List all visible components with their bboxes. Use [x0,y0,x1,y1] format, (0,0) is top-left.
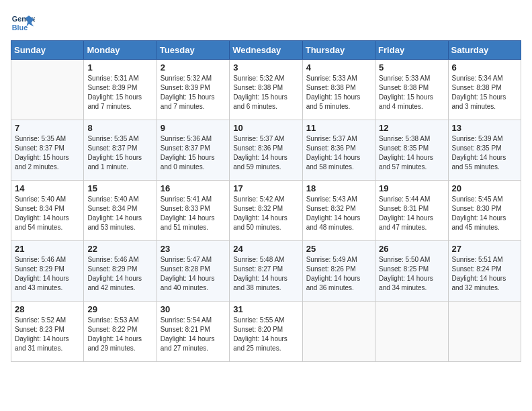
day-number: 5 [379,62,444,73]
day-number: 21 [15,244,80,254]
day-info: Sunrise: 5:32 AM Sunset: 8:38 PM Dayligh… [233,74,298,111]
calendar-cell: 3Sunrise: 5:32 AM Sunset: 8:38 PM Daylig… [230,60,302,120]
calendar-cell: 2Sunrise: 5:32 AM Sunset: 8:39 PM Daylig… [157,60,229,120]
calendar-cell: 28Sunrise: 5:52 AM Sunset: 8:23 PM Dayli… [11,302,84,362]
header-friday: Friday [375,41,448,60]
day-number: 20 [452,183,517,193]
day-info: Sunrise: 5:43 AM Sunset: 8:32 PM Dayligh… [306,195,371,232]
day-number: 14 [15,183,80,193]
calendar-cell: 27Sunrise: 5:51 AM Sunset: 8:24 PM Dayli… [448,241,521,302]
calendar-cell: 24Sunrise: 5:48 AM Sunset: 8:27 PM Dayli… [230,241,302,302]
day-number: 25 [306,244,371,254]
day-info: Sunrise: 5:39 AM Sunset: 8:35 PM Dayligh… [452,134,517,172]
day-number: 16 [161,183,226,193]
day-number: 31 [233,304,298,314]
day-number: 9 [161,123,226,133]
day-info: Sunrise: 5:35 AM Sunset: 8:37 PM Dayligh… [87,134,152,172]
calendar-cell: 11Sunrise: 5:37 AM Sunset: 8:36 PM Dayli… [302,120,375,181]
calendar-cell [448,302,521,362]
week-row-4: 21Sunrise: 5:46 AM Sunset: 8:29 PM Dayli… [11,241,521,302]
calendar-cell: 9Sunrise: 5:36 AM Sunset: 8:37 PM Daylig… [157,120,229,181]
day-number: 4 [306,62,371,73]
day-info: Sunrise: 5:38 AM Sunset: 8:35 PM Dayligh… [379,134,444,172]
calendar-cell: 18Sunrise: 5:43 AM Sunset: 8:32 PM Dayli… [302,181,375,241]
day-number: 3 [233,62,298,73]
calendar-cell: 1Sunrise: 5:31 AM Sunset: 8:39 PM Daylig… [84,60,157,120]
calendar-cell: 13Sunrise: 5:39 AM Sunset: 8:35 PM Dayli… [448,120,521,181]
header-monday: Monday [84,41,157,60]
calendar-cell: 10Sunrise: 5:37 AM Sunset: 8:36 PM Dayli… [230,120,302,181]
week-row-5: 28Sunrise: 5:52 AM Sunset: 8:23 PM Dayli… [11,302,521,362]
day-number: 26 [379,244,444,254]
day-info: Sunrise: 5:41 AM Sunset: 8:33 PM Dayligh… [161,195,226,232]
day-number: 8 [87,123,152,133]
day-info: Sunrise: 5:35 AM Sunset: 8:37 PM Dayligh… [15,134,80,172]
calendar-cell: 19Sunrise: 5:44 AM Sunset: 8:31 PM Dayli… [375,181,448,241]
day-number: 2 [161,62,226,73]
day-info: Sunrise: 5:52 AM Sunset: 8:23 PM Dayligh… [15,316,80,353]
week-row-3: 14Sunrise: 5:40 AM Sunset: 8:34 PM Dayli… [11,181,521,241]
calendar-cell: 20Sunrise: 5:45 AM Sunset: 8:30 PM Dayli… [448,181,521,241]
day-info: Sunrise: 5:40 AM Sunset: 8:34 PM Dayligh… [87,195,152,232]
header-tuesday: Tuesday [157,41,229,60]
week-row-1: 1Sunrise: 5:31 AM Sunset: 8:39 PM Daylig… [11,60,521,120]
day-number: 1 [87,62,152,73]
calendar-cell: 8Sunrise: 5:35 AM Sunset: 8:37 PM Daylig… [84,120,157,181]
day-number: 11 [306,123,371,133]
day-info: Sunrise: 5:53 AM Sunset: 8:22 PM Dayligh… [87,316,152,353]
day-info: Sunrise: 5:42 AM Sunset: 8:32 PM Dayligh… [233,195,298,232]
calendar-cell: 15Sunrise: 5:40 AM Sunset: 8:34 PM Dayli… [84,181,157,241]
day-number: 15 [87,183,152,193]
calendar-cell [11,60,84,120]
day-number: 18 [306,183,371,193]
calendar-cell: 25Sunrise: 5:49 AM Sunset: 8:26 PM Dayli… [302,241,375,302]
calendar-cell: 31Sunrise: 5:55 AM Sunset: 8:20 PM Dayli… [230,302,302,362]
day-number: 29 [87,304,152,314]
logo: General Blue [11,11,38,35]
header-sunday: Sunday [11,41,84,60]
day-number: 22 [87,244,152,254]
day-info: Sunrise: 5:50 AM Sunset: 8:25 PM Dayligh… [379,255,444,293]
calendar-cell: 30Sunrise: 5:54 AM Sunset: 8:21 PM Dayli… [157,302,229,362]
day-info: Sunrise: 5:32 AM Sunset: 8:39 PM Dayligh… [161,74,226,111]
day-info: Sunrise: 5:31 AM Sunset: 8:39 PM Dayligh… [87,74,152,111]
calendar-cell: 26Sunrise: 5:50 AM Sunset: 8:25 PM Dayli… [375,241,448,302]
page-header: General Blue [11,11,521,35]
day-info: Sunrise: 5:51 AM Sunset: 8:24 PM Dayligh… [452,255,517,293]
day-info: Sunrise: 5:46 AM Sunset: 8:29 PM Dayligh… [15,255,80,293]
day-number: 24 [233,244,298,254]
day-info: Sunrise: 5:34 AM Sunset: 8:38 PM Dayligh… [452,74,517,111]
day-info: Sunrise: 5:40 AM Sunset: 8:34 PM Dayligh… [15,195,80,232]
calendar-cell: 21Sunrise: 5:46 AM Sunset: 8:29 PM Dayli… [11,241,84,302]
day-number: 23 [161,244,226,254]
calendar-cell: 5Sunrise: 5:33 AM Sunset: 8:38 PM Daylig… [375,60,448,120]
day-info: Sunrise: 5:33 AM Sunset: 8:38 PM Dayligh… [306,74,371,111]
day-number: 27 [452,244,517,254]
calendar-header-row: SundayMondayTuesdayWednesdayThursdayFrid… [11,41,521,60]
day-info: Sunrise: 5:48 AM Sunset: 8:27 PM Dayligh… [233,255,298,293]
day-info: Sunrise: 5:36 AM Sunset: 8:37 PM Dayligh… [161,134,226,172]
calendar-cell [302,302,375,362]
calendar-cell: 14Sunrise: 5:40 AM Sunset: 8:34 PM Dayli… [11,181,84,241]
day-number: 17 [233,183,298,193]
day-number: 30 [161,304,226,314]
day-info: Sunrise: 5:46 AM Sunset: 8:29 PM Dayligh… [87,255,152,293]
calendar-cell: 16Sunrise: 5:41 AM Sunset: 8:33 PM Dayli… [157,181,229,241]
header-thursday: Thursday [302,41,375,60]
day-number: 10 [233,123,298,133]
day-info: Sunrise: 5:37 AM Sunset: 8:36 PM Dayligh… [233,134,298,172]
day-info: Sunrise: 5:54 AM Sunset: 8:21 PM Dayligh… [161,316,226,353]
logo-icon: General Blue [11,11,35,35]
calendar-cell: 6Sunrise: 5:34 AM Sunset: 8:38 PM Daylig… [448,60,521,120]
day-info: Sunrise: 5:47 AM Sunset: 8:28 PM Dayligh… [161,255,226,293]
day-number: 19 [379,183,444,193]
day-number: 28 [15,304,80,314]
day-number: 7 [15,123,80,133]
day-number: 13 [452,123,517,133]
calendar-cell: 22Sunrise: 5:46 AM Sunset: 8:29 PM Dayli… [84,241,157,302]
header-wednesday: Wednesday [230,41,302,60]
header-saturday: Saturday [448,41,521,60]
calendar-cell: 23Sunrise: 5:47 AM Sunset: 8:28 PM Dayli… [157,241,229,302]
day-number: 6 [452,62,517,73]
day-info: Sunrise: 5:33 AM Sunset: 8:38 PM Dayligh… [379,74,444,111]
